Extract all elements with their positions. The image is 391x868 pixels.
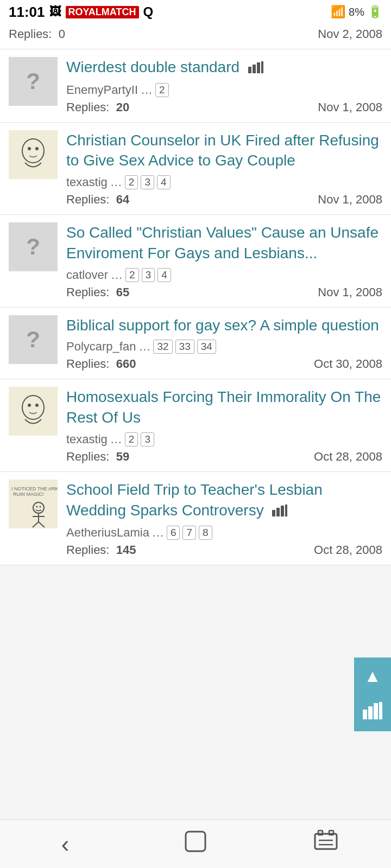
status-left: 11:01 🖼 ROYALMATCH Q — [9, 4, 153, 21]
svg-text:RUIN MAGIC!: RUIN MAGIC! — [13, 492, 44, 497]
question-mark-icon: ? — [26, 234, 40, 260]
thread-title[interactable]: Christian Counselor in UK Fired after Re… — [66, 130, 382, 171]
svg-rect-28 — [374, 703, 378, 719]
page-badge[interactable]: 3 — [142, 268, 155, 282]
svg-rect-25 — [285, 505, 287, 516]
question-mark-icon: ? — [26, 327, 40, 353]
notification-icon: ROYALMATCH — [66, 6, 139, 18]
thread-item[interactable]: ? Biblical support for gay sex? A simple… — [0, 308, 391, 380]
thread-item[interactable]: I NOTICED THE ARK TO RUIN MAGIC! School … — [0, 472, 391, 565]
thread-date: Oct 30, 2008 — [314, 357, 382, 371]
avatar — [9, 387, 58, 436]
thread-title[interactable]: Wierdest double standard — [66, 57, 382, 79]
avatar — [9, 130, 58, 179]
thread-title[interactable]: School Field Trip to Teacher's Lesbian W… — [66, 480, 382, 521]
status-bar: 11:01 🖼 ROYALMATCH Q 📶 8% 🔋 — [0, 0, 391, 24]
avatar: ? — [9, 315, 58, 364]
thread-meta: EnemyPartyII … 2 — [66, 83, 382, 97]
q-icon: Q — [143, 4, 154, 20]
sketch-avatar — [9, 387, 58, 436]
thread-title[interactable]: Biblical support for gay sex? A simple q… — [66, 315, 382, 336]
recents-button[interactable] — [293, 825, 358, 863]
thread-content: Biblical support for gay sex? A simple q… — [66, 315, 382, 372]
avatar: I NOTICED THE ARK TO RUIN MAGIC! — [9, 480, 58, 528]
avatar: ? — [9, 57, 58, 106]
page-badge[interactable]: 7 — [182, 526, 196, 540]
back-icon: ‹ — [61, 831, 70, 858]
page-badge[interactable]: 33 — [175, 340, 194, 354]
svg-rect-33 — [329, 831, 333, 835]
battery-percent: 8% — [349, 6, 364, 18]
page-badge[interactable]: 8 — [199, 526, 212, 540]
thread-dots: … — [110, 175, 122, 189]
svg-point-11 — [35, 404, 39, 407]
thread-title[interactable]: Homosexuals Forcing Their Immorality On … — [66, 387, 382, 428]
thread-footer: Replies: 59 Oct 28, 2008 — [66, 450, 382, 464]
thread-dots: … — [111, 268, 123, 282]
svg-rect-0 — [248, 67, 251, 73]
page-badge[interactable]: 2 — [125, 432, 138, 446]
thread-date: Oct 28, 2008 — [314, 543, 382, 557]
chevron-up-icon: ▲ — [364, 666, 381, 686]
thread-replies: Replies: 145 — [66, 543, 136, 557]
page-badge[interactable]: 2 — [125, 175, 138, 189]
svg-text:I NOTICED THE ARK TO: I NOTICED THE ARK TO — [11, 486, 58, 492]
avatar: ? — [9, 222, 58, 271]
thread-item[interactable]: Homosexuals Forcing Their Immorality On … — [0, 379, 391, 472]
thread-meta: texastig … 2 3 — [66, 432, 382, 446]
partial-replies-text: Replies: 0 — [9, 27, 65, 41]
thread-replies: Replies: 660 — [66, 357, 136, 371]
svg-rect-1 — [253, 65, 256, 73]
partial-date: Nov 2, 2008 — [318, 27, 382, 41]
page-badge[interactable]: 34 — [197, 340, 216, 354]
cartoon-avatar: I NOTICED THE ARK TO RUIN MAGIC! — [9, 480, 58, 528]
home-button[interactable] — [163, 825, 228, 863]
thread-title[interactable]: So Called "Christian Values" Cause an Un… — [66, 222, 382, 264]
page-badge[interactable]: 4 — [157, 268, 171, 282]
page-badge[interactable]: 3 — [141, 432, 154, 446]
page-badge[interactable]: 4 — [157, 175, 171, 189]
scroll-up-button[interactable]: ▲ — [354, 658, 391, 694]
scroll-down-button[interactable] — [354, 694, 391, 731]
chart-icon — [272, 501, 287, 522]
svg-point-6 — [28, 147, 31, 150]
thread-meta: texastig … 2 3 4 — [66, 175, 382, 189]
svg-point-21 — [40, 506, 41, 508]
svg-rect-32 — [318, 831, 323, 835]
page-badge[interactable]: 2 — [125, 268, 139, 282]
thread-author: Polycarp_fan — [66, 340, 136, 354]
thread-content: Homosexuals Forcing Their Immorality On … — [66, 387, 382, 464]
svg-point-10 — [28, 404, 31, 407]
thread-footer: Replies: 65 Nov 1, 2008 — [66, 285, 382, 299]
svg-rect-3 — [261, 61, 263, 73]
svg-rect-23 — [276, 508, 280, 516]
thread-footer: Replies: 64 Nov 1, 2008 — [66, 193, 382, 207]
thread-item[interactable]: ? Wierdest double standard EnemyPartyII … — [0, 49, 391, 123]
back-button[interactable]: ‹ — [33, 825, 98, 863]
thread-item[interactable]: Christian Counselor in UK Fired after Re… — [0, 123, 391, 215]
thread-item[interactable]: ? So Called "Christian Values" Cause an … — [0, 215, 391, 308]
svg-rect-31 — [315, 834, 337, 849]
svg-rect-4 — [9, 130, 58, 179]
thread-content: So Called "Christian Values" Cause an Un… — [66, 222, 382, 299]
svg-rect-26 — [363, 710, 367, 719]
svg-rect-22 — [272, 510, 275, 516]
thread-author: catlover — [66, 268, 108, 282]
thread-dots: … — [141, 83, 153, 97]
svg-rect-8 — [9, 387, 58, 436]
thread-content: Christian Counselor in UK Fired after Re… — [66, 130, 382, 207]
page-badge[interactable]: 3 — [141, 175, 154, 189]
svg-rect-24 — [281, 506, 284, 516]
page-badge[interactable]: 6 — [167, 526, 180, 540]
time-display: 11:01 — [9, 4, 45, 21]
page-badge[interactable]: 32 — [153, 340, 172, 354]
svg-rect-29 — [379, 702, 382, 719]
thread-author: EnemyPartyII — [66, 83, 138, 97]
svg-point-7 — [35, 147, 39, 150]
thread-dots: … — [138, 340, 150, 354]
page-badge[interactable]: 2 — [155, 83, 169, 97]
partial-thread-item: Replies: 0 Nov 2, 2008 — [0, 24, 391, 49]
thread-footer: Replies: 660 Oct 30, 2008 — [66, 357, 382, 371]
thread-author: AetheriusLamia — [66, 526, 149, 540]
thread-content: School Field Trip to Teacher's Lesbian W… — [66, 480, 382, 557]
